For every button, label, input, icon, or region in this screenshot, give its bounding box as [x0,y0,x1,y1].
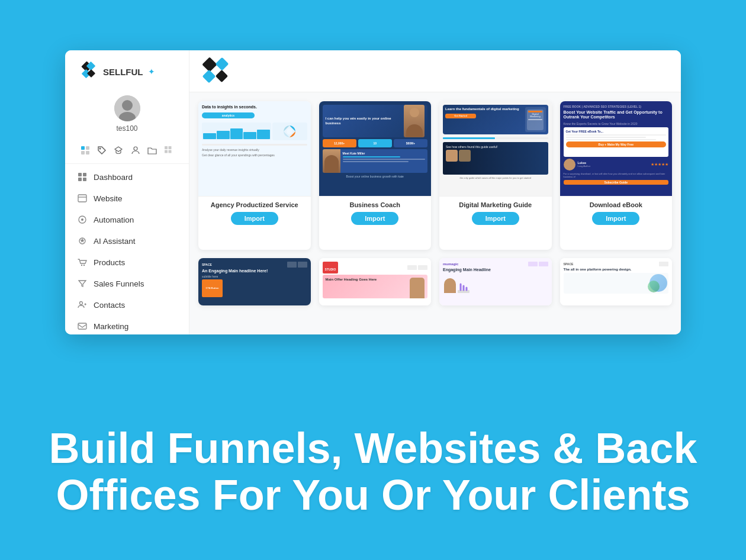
template-agency-preview: Data to insights in seconds. analytics [198,101,311,196]
user-avatar-area: tes100 [65,88,189,137]
svg-point-5 [122,100,133,111]
template-r2-4: SPACE The all in one platform powering d… [560,258,673,305]
svg-rect-14 [165,146,168,149]
sidebar-item-website[interactable]: Website [65,188,189,209]
svg-rect-16 [165,150,168,153]
svg-rect-18 [78,173,82,176]
sidebar-item-products[interactable]: Products [65,252,189,273]
template-agency-info: Agency Productized Service Import [198,196,311,230]
svg-point-29 [80,302,83,305]
template-ebook-import[interactable]: Import [592,212,639,225]
username: tes100 [116,124,137,133]
template-coach-preview: I can help you win easily in your online… [319,101,432,196]
template-r2-3-preview: mumagic Engaging Main Headline [439,258,552,305]
ai-icon [77,236,88,246]
template-ebook-name: Download eBook [566,201,667,208]
svg-rect-15 [168,146,171,149]
sidebar-label-contacts: Contacts [94,301,125,310]
template-agency: Data to insights in seconds. analytics [198,101,311,250]
svg-point-25 [81,218,83,221]
template-digital-marketing: Learn the fundamentals of digital market… [439,101,552,250]
sidebar-item-automation[interactable]: Automation [65,209,189,230]
svg-rect-9 [81,151,85,155]
sidebar-label-marketing: Marketing [94,322,128,331]
svg-rect-38 [216,70,228,82]
headline-line2: Offices For You Or Your Clients [36,472,710,519]
marketing-icon [77,321,88,332]
template-ebook: FREE BOOK | ADVANCED SEO STRATEGIES (LEV… [560,101,673,250]
sidebar-logo: SELLFUL✦ [65,50,189,88]
tag-icon-btn[interactable] [94,142,110,159]
svg-rect-30 [78,323,86,329]
contacts-icon [77,300,88,310]
svg-point-27 [81,265,82,266]
template-r2-3: mumagic Engaging Main Headline [439,258,552,305]
template-r2-1-preview: SPACE An Engaging Main headline Here! su… [198,258,311,305]
folder-icon-btn[interactable] [144,142,160,159]
svg-rect-17 [168,150,171,153]
sidebar-label-dashboard: Dashboard [94,173,133,182]
apps-icon-btn[interactable] [160,142,177,159]
sidebar-label-ai: AI Assistant [94,237,136,246]
template-business-coach: I can help you win easily in your online… [319,101,432,250]
grid-icon-btn[interactable] [77,142,94,159]
templates-grid: Data to insights in seconds. analytics [189,92,681,334]
template-r2-2-preview: STUDIO Main Offer Heading Goes Here [319,258,432,305]
svg-rect-35 [202,57,217,72]
mortarboard-icon-btn[interactable] [110,142,127,159]
main-header [189,50,681,92]
svg-point-28 [83,265,85,266]
sidebar-label-website: Website [94,194,123,203]
main-content: Data to insights in seconds. analytics [189,50,681,334]
svg-rect-21 [83,178,86,181]
sidebar-item-dashboard[interactable]: Dashboard [65,166,189,188]
automation-icon [77,214,88,225]
app-screenshot: SELLFUL✦ tes100 [65,50,681,334]
svg-rect-19 [83,173,86,176]
sidebar-item-contacts[interactable]: Contacts [65,294,189,316]
logo-diamonds [77,61,98,82]
svg-rect-20 [78,178,82,181]
template-r2-2: STUDIO Main Offer Heading Goes Here [319,258,432,305]
bottom-headline-area: Build Funnels, Websites & Back Offices F… [0,425,746,519]
template-ebook-preview: FREE BOOK | ADVANCED SEO STRATEGIES (LEV… [560,101,673,196]
products-icon [77,257,88,268]
svg-rect-8 [86,146,89,150]
dashboard-icon [77,172,88,182]
template-marketing-import[interactable]: Import [472,212,519,225]
sidebar-label-products: Products [94,258,125,267]
template-coach-name: Business Coach [325,201,426,208]
avatar[interactable] [114,95,140,121]
sidebar-item-sales-funnels[interactable]: Sales Funnels [65,273,189,294]
template-marketing-info: Digital Marketing Guide Import [439,196,552,230]
brand-name: SELLFUL [103,67,143,77]
header-logo [201,56,231,86]
template-r2-1: SPACE An Engaging Main headline Here! su… [198,258,311,305]
sidebar-label-funnels: Sales Funnels [94,279,144,288]
brand-sparkle: ✦ [148,67,155,76]
funnel-icon [77,278,88,289]
sidebar-label-automation: Automation [94,215,134,224]
svg-point-13 [134,147,137,150]
person-icon-btn[interactable] [127,142,144,159]
sidebar: SELLFUL✦ tes100 [65,50,189,334]
svg-point-11 [99,148,101,150]
svg-rect-37 [202,70,216,83]
headline-line1: Build Funnels, Websites & Back [36,425,710,472]
template-agency-name: Agency Productized Service [204,201,305,208]
template-r2-4-preview: SPACE The all in one platform powering d… [560,258,673,305]
sidebar-icon-buttons [65,137,189,164]
template-agency-import[interactable]: Import [231,212,278,225]
svg-rect-7 [81,146,85,150]
svg-rect-10 [86,151,89,155]
sidebar-item-marketing[interactable]: Marketing [65,316,189,334]
svg-rect-22 [78,195,86,202]
template-marketing-name: Digital Marketing Guide [445,201,546,208]
sidebar-item-ai-assistant[interactable]: AI Assistant [65,230,189,252]
template-ebook-info: Download eBook Import [560,196,673,230]
template-coach-info: Business Coach Import [319,196,432,230]
template-marketing-preview: Learn the fundamentals of digital market… [439,101,552,196]
template-coach-import[interactable]: Import [351,212,398,225]
svg-rect-36 [216,57,229,71]
website-icon [77,193,88,204]
